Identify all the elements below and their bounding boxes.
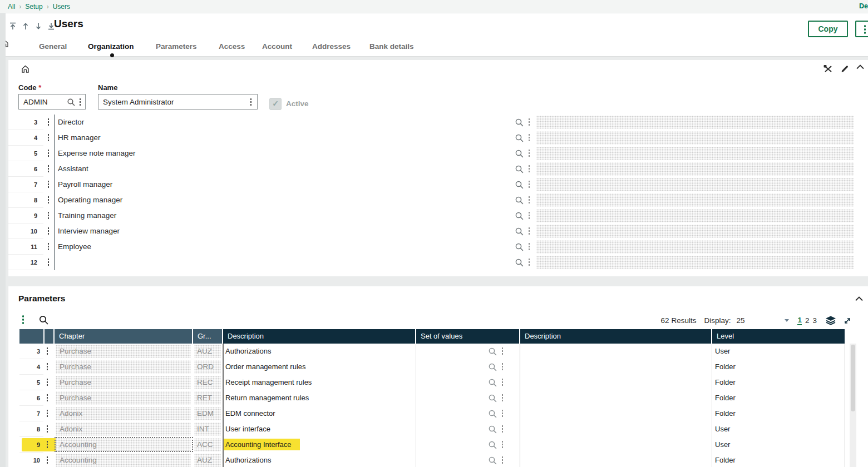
- edit-pencil-icon[interactable]: [840, 64, 849, 73]
- row-kebab-icon[interactable]: [46, 347, 48, 356]
- cell-kebab-icon[interactable]: [501, 347, 504, 356]
- tab-access[interactable]: Access: [219, 42, 245, 51]
- row-kebab-icon[interactable]: [47, 227, 50, 236]
- header-chapter[interactable]: Chapter: [55, 329, 192, 344]
- search-icon[interactable]: [67, 98, 76, 107]
- row-kebab-icon[interactable]: [47, 133, 50, 142]
- row-kebab-icon[interactable]: [47, 196, 50, 205]
- field-kebab-icon[interactable]: [250, 98, 252, 107]
- cell-kebab-icon[interactable]: [528, 227, 530, 236]
- header-group[interactable]: Gr...: [193, 329, 222, 344]
- cell-kebab-icon[interactable]: [528, 211, 530, 220]
- copy-button[interactable]: Copy: [808, 21, 848, 37]
- top-right-truncated-link[interactable]: De: [859, 2, 868, 10]
- tab-addresses[interactable]: Addresses: [312, 42, 351, 51]
- collapse-section-icon[interactable]: [855, 296, 863, 301]
- lookup-search-icon[interactable]: [488, 378, 497, 387]
- tab-parameters[interactable]: Parameters: [156, 42, 197, 51]
- row-kebab-icon[interactable]: [47, 258, 50, 267]
- lookup-search-icon[interactable]: [515, 227, 524, 236]
- lookup-search-icon[interactable]: [488, 362, 497, 372]
- name-input[interactable]: System Administrator: [98, 94, 258, 110]
- first-record-icon[interactable]: [8, 22, 17, 31]
- grid-menu-kebab-icon[interactable]: [22, 315, 24, 325]
- layers-icon[interactable]: [825, 316, 836, 325]
- tab-organization[interactable]: Organization: [88, 42, 134, 51]
- row-kebab-icon[interactable]: [47, 118, 50, 127]
- tab-general[interactable]: General: [39, 42, 67, 51]
- header-level[interactable]: Level: [712, 329, 845, 344]
- chevron-down-icon[interactable]: [785, 319, 789, 322]
- breadcrumb-all[interactable]: All: [8, 3, 15, 11]
- row-kebab-icon[interactable]: [46, 409, 48, 418]
- lookup-search-icon[interactable]: [515, 180, 524, 190]
- display-value[interactable]: 25: [736, 316, 744, 325]
- lookup-search-icon[interactable]: [488, 440, 497, 450]
- row-kebab-icon[interactable]: [47, 149, 50, 158]
- lookup-search-icon[interactable]: [488, 394, 497, 403]
- active-checkbox[interactable]: ✓: [269, 98, 282, 110]
- section-home-icon[interactable]: [21, 64, 30, 74]
- page-3[interactable]: 3: [812, 316, 817, 325]
- code-input[interactable]: ADMIN: [18, 94, 86, 110]
- cell-kebab-icon[interactable]: [528, 149, 530, 158]
- cell-kebab-icon[interactable]: [501, 425, 504, 434]
- chevron-right-icon: ›: [43, 3, 53, 11]
- row-kebab-icon[interactable]: [47, 165, 50, 173]
- row-kebab-icon[interactable]: [47, 211, 50, 220]
- lookup-search-icon[interactable]: [515, 242, 524, 252]
- previous-record-icon[interactable]: [21, 22, 30, 31]
- row-kebab-icon[interactable]: [46, 456, 48, 465]
- lookup-search-icon[interactable]: [515, 196, 524, 205]
- row-kebab-icon[interactable]: [47, 242, 50, 251]
- lookup-search-icon[interactable]: [515, 258, 524, 267]
- row-kebab-icon[interactable]: [46, 425, 48, 434]
- lookup-search-icon[interactable]: [488, 409, 497, 419]
- cell-kebab-icon[interactable]: [501, 409, 504, 418]
- lookup-search-icon[interactable]: [515, 211, 524, 221]
- lookup-search-icon[interactable]: [515, 133, 524, 143]
- lookup-search-icon[interactable]: [515, 118, 524, 127]
- cell-kebab-icon[interactable]: [528, 133, 530, 142]
- page-1[interactable]: 1: [797, 316, 802, 325]
- cell-kebab-icon[interactable]: [528, 258, 530, 267]
- lookup-search-icon[interactable]: [515, 149, 524, 158]
- cell-kebab-icon[interactable]: [528, 242, 530, 251]
- tab-account[interactable]: Account: [262, 42, 292, 51]
- lookup-search-icon[interactable]: [488, 425, 497, 434]
- page-scrollbar[interactable]: [0, 13, 6, 467]
- header-description-2[interactable]: Description: [520, 329, 711, 344]
- cell-kebab-icon[interactable]: [501, 362, 504, 371]
- row-kebab-icon[interactable]: [47, 180, 50, 189]
- more-actions-button[interactable]: [855, 21, 868, 37]
- customize-tools-icon[interactable]: [823, 64, 833, 73]
- breadcrumb-setup[interactable]: Setup: [25, 3, 42, 11]
- header-description[interactable]: Description: [223, 329, 415, 344]
- breadcrumb-users[interactable]: Users: [53, 3, 70, 11]
- lookup-search-icon[interactable]: [515, 165, 524, 174]
- row-kebab-icon[interactable]: [46, 394, 48, 403]
- row-kebab-icon[interactable]: [46, 440, 48, 449]
- cell-kebab-icon[interactable]: [528, 118, 530, 127]
- expand-icon[interactable]: [843, 316, 852, 325]
- table-scrollbar[interactable]: [850, 344, 856, 467]
- cell-kebab-icon[interactable]: [528, 180, 530, 189]
- cell-kebab-icon[interactable]: [501, 378, 504, 387]
- row-kebab-icon[interactable]: [46, 362, 48, 371]
- cell-kebab-icon[interactable]: [501, 394, 504, 403]
- tab-bank-details[interactable]: Bank details: [369, 42, 414, 51]
- next-record-icon[interactable]: [34, 22, 43, 31]
- cell-kebab-icon[interactable]: [501, 440, 504, 449]
- scrollbar-thumb[interactable]: [851, 345, 855, 411]
- header-set-of-values[interactable]: Set of values: [416, 329, 519, 344]
- grid-search-icon[interactable]: [38, 315, 49, 325]
- cell-kebab-icon[interactable]: [528, 165, 530, 173]
- lookup-search-icon[interactable]: [488, 347, 497, 356]
- field-kebab-icon[interactable]: [79, 98, 81, 107]
- collapse-section-icon[interactable]: [856, 64, 864, 73]
- lookup-search-icon[interactable]: [488, 456, 497, 465]
- cell-kebab-icon[interactable]: [501, 456, 504, 465]
- page-2[interactable]: 2: [805, 316, 810, 325]
- cell-kebab-icon[interactable]: [528, 196, 530, 205]
- row-kebab-icon[interactable]: [46, 378, 48, 387]
